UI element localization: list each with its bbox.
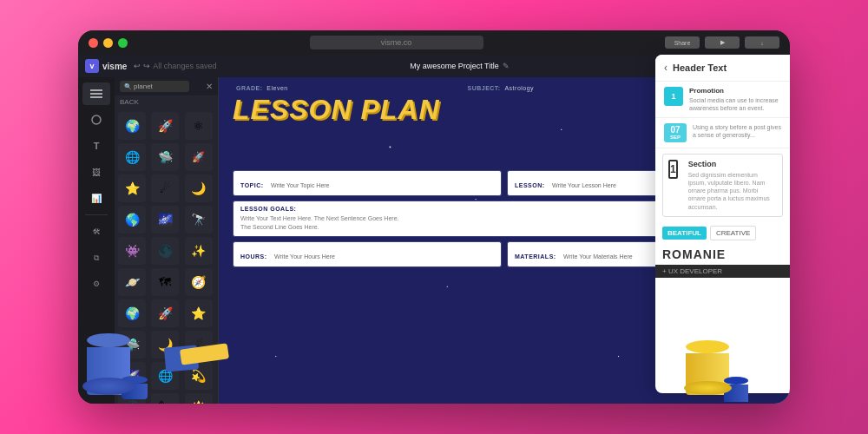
badge-creative[interactable]: CREATIVE [710, 226, 756, 240]
panel-item-2-text: Using a story before a post gives a sens… [693, 123, 781, 139]
sidebar-item-text[interactable]: T [82, 135, 110, 157]
titlebar: visme.co Share ▶ ↓ [78, 30, 790, 55]
dev-text: + UX DEVELOPER [662, 267, 722, 275]
close-dot[interactable] [89, 38, 98, 48]
typography-row: BEATIFUL CREATIVE [655, 222, 790, 244]
panel-section-box[interactable]: 1 Section Sed dignissim elementum ipsum,… [662, 154, 783, 216]
scene: visme.co Share ▶ ↓ v visme ↩ ↪ All chang… [35, 22, 833, 412]
icon-bright[interactable]: 🌟 [185, 393, 213, 404]
panel-item-07[interactable]: 07 SEP Using a story before a post gives… [655, 118, 790, 148]
sidebar-item-layers[interactable]: ⧉ [82, 247, 110, 269]
icon-earth[interactable]: 🌍 [118, 112, 146, 140]
grade-field: GRADE: Eleven [236, 84, 288, 92]
sidebar-item-media[interactable]: 🖼 [82, 161, 110, 183]
maximize-dot[interactable] [118, 38, 128, 48]
search-text: planet [134, 82, 153, 90]
topic-box[interactable]: TOPIC: Write Your Topic Here [233, 170, 502, 196]
icon-map[interactable]: 🗺 [151, 268, 179, 296]
hours-label: HOURS: [240, 253, 267, 260]
grade-value: Eleven [266, 85, 287, 91]
url-bar: visme.co [310, 36, 483, 49]
panel-romanie[interactable]: ROMANIE [655, 244, 790, 265]
icon-space[interactable]: 🌌 [151, 206, 179, 233]
icon-star[interactable]: ⭐ [118, 174, 146, 202]
right-panel-title: Header Text [673, 62, 727, 73]
badge-1: 1 [664, 87, 683, 106]
sidebar-divider [85, 214, 108, 215]
icon-globe[interactable]: 🌐 [118, 143, 146, 171]
icon-star2[interactable]: ⭐ [185, 299, 213, 327]
icon-pizza[interactable]: 🌑 [151, 237, 179, 265]
icon-rocket3[interactable]: 🚀 [151, 299, 179, 327]
play-btn[interactable]: ▶ [705, 36, 740, 49]
hours-box[interactable]: HOURS: Write Your Hours Here [233, 241, 502, 267]
badge-07: 07 SEP [664, 123, 687, 142]
sidebar-item-charts[interactable]: 📊 [82, 187, 110, 209]
sidebar-item-elements[interactable] [82, 108, 110, 131]
icon-saturn[interactable]: 🪐 [118, 268, 146, 296]
icon-comet[interactable]: ☄ [151, 174, 179, 202]
panel-item-1-content: Promotion Social media can use to increa… [689, 87, 781, 112]
edit-icon[interactable]: ✎ [503, 62, 510, 70]
badge-beatiful[interactable]: BEATIFUL [662, 227, 707, 240]
panel-back-btn[interactable]: BACK [115, 95, 218, 108]
logo-text: visme [102, 62, 127, 71]
minimize-dot[interactable] [103, 38, 113, 48]
grade-label: GRADE: [236, 85, 263, 91]
icon-telescope[interactable]: 🔭 [185, 206, 213, 233]
cylinder-top [87, 333, 130, 347]
redo-btn[interactable]: ↪ [143, 62, 150, 70]
right-panel-back-icon[interactable]: ‹ [664, 62, 667, 74]
blue-disc [82, 378, 135, 395]
download-btn[interactable]: ↓ [745, 36, 779, 49]
sidebar-item-settings[interactable]: ⚙ [82, 273, 110, 295]
topic-label: TOPIC: [240, 182, 264, 188]
section-title: Section [688, 160, 777, 168]
app-title: My awesome Project Title [410, 62, 499, 70]
materials-label: MATERIALS: [515, 253, 556, 260]
icon-rocket2[interactable]: 🚀 [185, 143, 213, 171]
icon-moon[interactable]: 🌙 [185, 174, 213, 202]
icon-earth2[interactable]: 🌍 [118, 299, 146, 327]
icon-compass[interactable]: 🧭 [185, 268, 213, 296]
icon-sparkle[interactable]: ✨ [185, 237, 213, 265]
icon-rocket4[interactable]: 🛰 [151, 393, 179, 404]
panel-item-accent-2: 07 SEP Using a story before a post gives… [664, 123, 781, 142]
svg-rect-1 [90, 93, 102, 95]
section-inner: 1 Section Sed dignissim elementum ipsum,… [668, 160, 777, 210]
panel-dev-badge: + UX DEVELOPER [655, 265, 790, 278]
icon-globe2[interactable]: 🌎 [118, 206, 146, 233]
svg-rect-2 [90, 96, 102, 98]
panel-item-accent-1: 1 Promotion Social media can use to incr… [664, 87, 781, 112]
panel-search[interactable]: 🔍 planet [120, 81, 189, 92]
top-bar-center: My awesome Project Title ✎ [223, 62, 695, 70]
logo-icon: v [85, 59, 99, 73]
materials-value: Write Your Materials Here [563, 253, 633, 260]
icon-satellite[interactable]: 🛸 [151, 143, 179, 171]
app-logo: v visme [85, 59, 127, 73]
panel-item-1-text: Social media can use to increase awarene… [689, 96, 781, 112]
topic-value: Write Your Topic Here [271, 182, 329, 188]
lesson-value: Write Your Lesson Here [552, 182, 616, 188]
svg-point-3 [92, 115, 101, 124]
undo-btn[interactable]: ↩ [134, 62, 141, 70]
left-decoration [87, 333, 130, 395]
sidebar-item-menu[interactable] [82, 82, 110, 105]
hours-value: Write Your Hours Here [274, 253, 335, 260]
share-btn[interactable]: Share [665, 36, 700, 49]
panel-close-btn[interactable]: ✕ [206, 82, 213, 91]
sidebar-item-tools[interactable]: 🛠 [82, 220, 110, 243]
section-text: Sed dignissim elementum ipsum, vulputate… [688, 171, 777, 210]
panel-item-promotion[interactable]: 1 Promotion Social media can use to incr… [655, 82, 790, 118]
icon-atom[interactable]: ⚛ [185, 112, 213, 140]
section-number: 1 [668, 160, 678, 179]
icon-alien[interactable]: 👾 [118, 237, 146, 265]
titlebar-right: Share ▶ ↓ [665, 36, 779, 49]
icon-rocket[interactable]: 🚀 [151, 112, 179, 140]
yellow-disc [684, 381, 732, 395]
panel-item-1-title: Promotion [689, 87, 781, 95]
section-content: Section Sed dignissim elementum ipsum, v… [688, 160, 777, 210]
subject-label: SUBJECT: [467, 85, 500, 91]
saved-text: All changes saved [153, 62, 216, 70]
panel-header: 🔍 planet ✕ [115, 77, 218, 95]
